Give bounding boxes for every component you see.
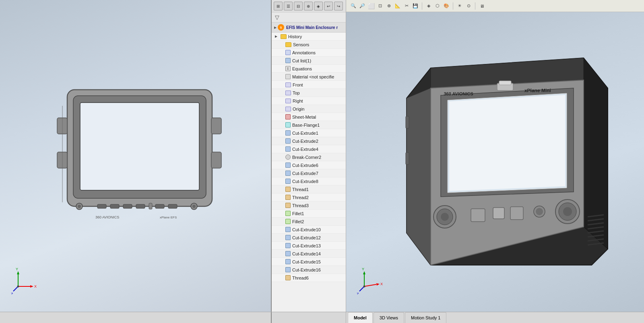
svg-rect-12 <box>211 118 221 134</box>
tree-item-thread6[interactable]: Thread6 <box>272 274 346 282</box>
toolbar-view1[interactable]: ⬜ <box>367 2 375 10</box>
tree-item-cut-extrude15[interactable]: Cut-Extrude15 <box>272 258 346 266</box>
tree-label-sheet-metal: Sheet-Metal <box>292 115 316 119</box>
svg-point-42 <box>441 213 449 221</box>
tree-item-base-flange[interactable]: Base-Flange1 <box>272 121 346 129</box>
tab-model[interactable]: Model <box>348 312 373 323</box>
filter-icon: ▽ <box>275 14 279 21</box>
toolbar-save[interactable]: 💾 <box>411 2 419 10</box>
tree-icon-base-flange <box>285 122 291 128</box>
tree-icon-cut-extrude2 <box>285 138 291 144</box>
tree-icon-material <box>285 74 291 79</box>
tree-item-cut-extrude16[interactable]: Cut-Extrude16 <box>272 266 346 274</box>
tree-item-material[interactable]: Material <not specifie <box>272 73 346 81</box>
svg-marker-25 <box>17 271 19 274</box>
svg-text:360 AVIONICS: 360 AVIONICS <box>444 91 473 96</box>
axis-left: X Y Z <box>10 266 38 296</box>
tree-label-cut-extrude4: Cut-Extrude4 <box>292 147 318 152</box>
tree-label-sensors: Sensors <box>293 42 309 47</box>
tab-3d-views[interactable]: 3D Views <box>374 312 404 323</box>
toolbar-btn-config[interactable]: ⊟ <box>294 2 303 10</box>
tree-item-history[interactable]: ▶History <box>272 33 346 41</box>
toolbar-monitor[interactable]: 🖥 <box>478 2 486 10</box>
tree-item-cut-extrude4[interactable]: Cut-Extrude4 <box>272 145 346 153</box>
tree-item-cut-extrude14[interactable]: Cut-Extrude14 <box>272 250 346 258</box>
svg-rect-61 <box>406 116 409 128</box>
svg-marker-64 <box>376 283 380 286</box>
tree-icon-thread3 <box>285 203 291 208</box>
svg-rect-5 <box>123 204 132 208</box>
toolbar-material[interactable]: ◈ <box>425 2 433 10</box>
middle-bottom <box>272 312 346 323</box>
tree-item-origin[interactable]: Origin <box>272 105 346 113</box>
tree-item-cut-extrude10[interactable]: Cut-Extrude10 <box>272 226 346 234</box>
svg-rect-47 <box>493 208 504 219</box>
svg-marker-33 <box>407 88 431 265</box>
tree-label-fillet1: Fillet1 <box>292 211 304 216</box>
tree-item-thread1[interactable]: Thread1 <box>272 185 346 193</box>
toolbar-btn-back[interactable]: ↩ <box>324 2 333 10</box>
tree-label-cut-extrude2: Cut-Extrude2 <box>292 139 318 144</box>
svg-rect-11 <box>57 152 67 168</box>
tab-motion-study[interactable]: Motion Study 1 <box>405 312 446 323</box>
tree-icon-cut-extrude14 <box>285 251 291 256</box>
root-expand[interactable]: ▶ <box>274 26 277 29</box>
tree-item-equations[interactable]: ΣEquations <box>272 65 346 73</box>
tree-icon-cut-extrude7 <box>285 171 291 176</box>
toolbar-btn-plus[interactable]: ⊕ <box>304 2 313 10</box>
tree-item-fillet1[interactable]: Fillet1 <box>272 210 346 218</box>
main-layout: 360 AVIONICS xPlane EFS X Y Z <box>0 0 644 312</box>
tree-label-cut-extrude16: Cut-Extrude16 <box>292 267 321 272</box>
tree-item-fillet2[interactable]: Fillet2 <box>272 218 346 226</box>
toolbar-btn-grid[interactable]: ⊞ <box>274 2 283 10</box>
toolbar-display2[interactable]: ⊙ <box>464 2 473 10</box>
tree-item-top[interactable]: Top <box>272 89 346 97</box>
tree-item-cut-extrude13[interactable]: Cut-Extrude13 <box>272 242 346 250</box>
tree-item-cut-extrude8[interactable]: Cut-Extrude8 <box>272 177 346 185</box>
toolbar-display1[interactable]: ☀ <box>456 2 464 10</box>
tree-item-thread3[interactable]: Thread3 <box>272 202 346 210</box>
toolbar-btn-list[interactable]: ☰ <box>284 2 293 10</box>
toolbar-btn-fwd[interactable]: ↪ <box>334 2 343 10</box>
tree-item-cut-extrude7[interactable]: Cut-Extrude7 <box>272 169 346 177</box>
toolbar-measure[interactable]: 📐 <box>394 2 402 10</box>
tree-item-front[interactable]: Front <box>272 81 346 89</box>
toolbar-view3[interactable]: ⊕ <box>385 2 393 10</box>
tree-item-sheet-metal[interactable]: Sheet-Metal <box>272 113 346 121</box>
tree-item-break-corner2[interactable]: Break-Corner2 <box>272 153 346 161</box>
tree-item-cut-extrude1[interactable]: Cut-Extrude1 <box>272 129 346 137</box>
tree-icon-cut-extrude4 <box>285 146 291 152</box>
tree-item-annotations[interactable]: Annotations <box>272 49 346 57</box>
toolbar-render[interactable]: ⬡ <box>433 2 442 10</box>
tree-label-break-corner2: Break-Corner2 <box>292 155 321 160</box>
tree-root-item[interactable]: ▶ S EFIS Mini Main Enclosure r <box>272 23 346 33</box>
tree-label-material: Material <not specifie <box>292 74 334 79</box>
svg-text:360 AVIONICS: 360 AVIONICS <box>95 215 119 219</box>
tree-icon-cut-extrude15 <box>285 259 291 264</box>
tree-item-cut-extrude6[interactable]: Cut-Extrude6 <box>272 161 346 169</box>
toolbar-color[interactable]: 🎨 <box>442 2 450 10</box>
tree-label-thread6: Thread6 <box>292 276 309 280</box>
tree-item-thread2[interactable]: Thread2 <box>272 193 346 202</box>
tree-icon-right <box>285 99 291 103</box>
toolbar-view2[interactable]: ⊡ <box>376 2 384 10</box>
right-toolbar: 🔍 🔎 ⬜ ⊡ ⊕ 📐 ✂ 💾 ◈ ⬡ 🎨 ☀ ⊙ 🖥 <box>346 0 644 12</box>
tree-icon-cut-extrude1 <box>285 130 291 136</box>
toolbar-search1[interactable]: 🔍 <box>349 2 357 10</box>
tree-expand-history[interactable]: ▶ <box>275 35 280 38</box>
feature-tree-list[interactable]: ▶HistorySensorsAnnotationsCut list(1)ΣEq… <box>272 33 346 312</box>
toolbar-search2[interactable]: 🔎 <box>358 2 366 10</box>
toolbar-sep2 <box>453 2 453 10</box>
tree-item-cut-extrude2[interactable]: Cut-Extrude2 <box>272 137 346 145</box>
tree-item-cut-extrude12[interactable]: Cut-Extrude12 <box>272 234 346 242</box>
toolbar-btn-arrow[interactable]: ◈ <box>314 2 323 10</box>
tree-icon-fillet2 <box>285 219 291 224</box>
toolbar-section[interactable]: ✂ <box>402 2 411 10</box>
tree-icon-thread2 <box>285 195 291 200</box>
svg-point-45 <box>563 207 572 216</box>
tree-item-right[interactable]: Right <box>272 97 346 105</box>
tree-item-sensors[interactable]: Sensors <box>272 41 346 49</box>
svg-rect-2 <box>80 103 199 190</box>
tree-item-cut-list[interactable]: Cut list(1) <box>272 57 346 65</box>
tree-toolbar: ⊞ ☰ ⊟ ⊕ ◈ ↩ ↪ <box>272 0 346 12</box>
